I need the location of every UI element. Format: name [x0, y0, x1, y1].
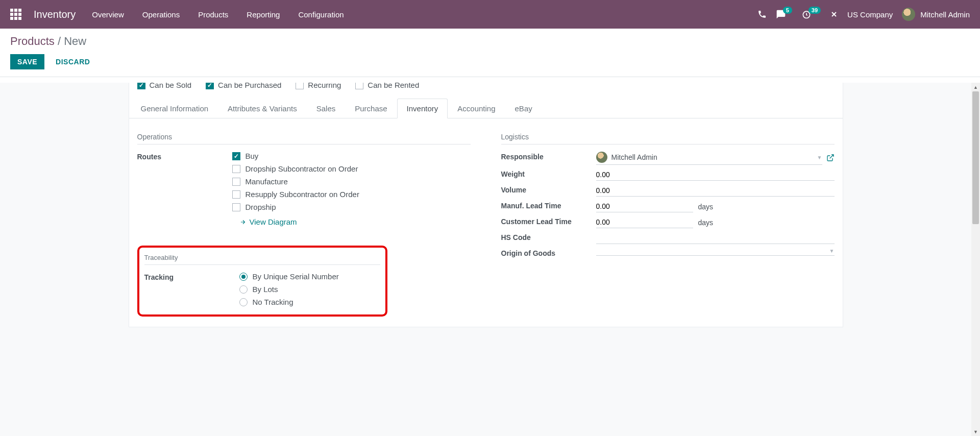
close-icon[interactable]: [830, 10, 838, 18]
nav-operations[interactable]: Operations: [142, 10, 180, 19]
nav-links: Overview Operations Products Reporting C…: [92, 10, 344, 19]
topbar: Inventory Overview Operations Products R…: [0, 0, 980, 29]
breadcrumb-bar: Products / New: [0, 29, 980, 48]
username: Mitchell Admin: [920, 10, 970, 19]
save-button[interactable]: SAVE: [10, 54, 44, 69]
chat-icon[interactable]: 5: [776, 9, 792, 19]
breadcrumb-current: New: [64, 35, 86, 47]
nav-reporting[interactable]: Reporting: [247, 10, 280, 19]
breadcrumb-parent[interactable]: Products: [10, 35, 55, 47]
user-menu[interactable]: Mitchell Admin: [902, 8, 970, 21]
timer-icon[interactable]: 39: [801, 9, 821, 19]
breadcrumb-sep: /: [58, 35, 61, 47]
nav-configuration[interactable]: Configuration: [298, 10, 344, 19]
breadcrumb: Products / New: [10, 35, 970, 48]
avatar: [902, 8, 915, 21]
apps-icon[interactable]: [10, 9, 21, 20]
timer-badge: 39: [808, 7, 821, 14]
nav-products[interactable]: Products: [198, 10, 228, 19]
nav-overview[interactable]: Overview: [92, 10, 124, 19]
discard-button[interactable]: DISCARD: [48, 54, 97, 69]
phone-icon[interactable]: [757, 10, 767, 19]
app-name[interactable]: Inventory: [34, 9, 76, 20]
action-bar: SAVE DISCARD: [0, 48, 980, 77]
chat-badge: 5: [783, 7, 792, 14]
company-selector[interactable]: US Company: [847, 10, 893, 19]
